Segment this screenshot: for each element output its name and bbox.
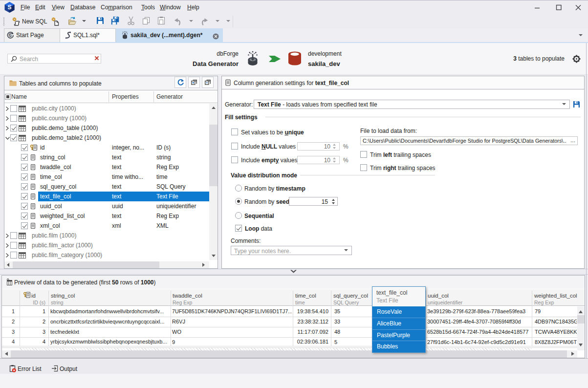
- svg-text:1: 1: [9, 34, 11, 37]
- svg-text:S: S: [7, 4, 11, 11]
